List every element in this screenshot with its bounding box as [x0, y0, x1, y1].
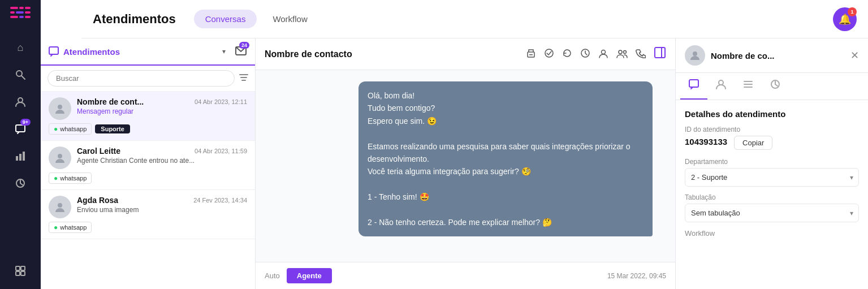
svg-rect-21: [49, 47, 58, 54]
print-icon[interactable]: [526, 48, 536, 61]
tab-person[interactable]: [707, 73, 735, 100]
inbox-badge: 24: [239, 42, 249, 49]
avatar: [49, 97, 71, 120]
svg-point-33: [602, 50, 606, 54]
team-icon[interactable]: [616, 48, 628, 61]
right-body: Detalhes do atendimento ID do atendiment…: [676, 100, 868, 289]
whatsapp-icon: ●: [54, 125, 58, 133]
svg-point-35: [624, 50, 627, 53]
assign-icon[interactable]: [598, 48, 608, 61]
phone-icon[interactable]: [636, 48, 646, 61]
contact-message: Mensagem regular: [77, 107, 247, 115]
tab-clock[interactable]: [762, 73, 789, 100]
svg-rect-15: [23, 152, 25, 161]
inbox-button[interactable]: 24: [235, 44, 247, 59]
tab-chat[interactable]: [680, 73, 707, 100]
svg-point-34: [619, 50, 622, 54]
avatar: [49, 196, 71, 218]
detail-section-title: Detalhes do atendimento: [685, 109, 859, 119]
sidebar-item-home[interactable]: ⌂: [9, 36, 32, 59]
page-title: Atendimentos: [93, 12, 176, 27]
svg-rect-8: [25, 16, 31, 18]
svg-point-27: [58, 154, 62, 158]
refresh-icon[interactable]: [562, 48, 572, 61]
contact-time: 24 Fev 2023, 14:34: [193, 197, 247, 204]
whatsapp-tag: ● whatsapp: [49, 222, 92, 233]
whatsapp-tag: ● whatsapp: [49, 123, 92, 135]
contact-time: 04 Abr 2023, 11:59: [195, 148, 247, 154]
sidebar-item-contacts[interactable]: [9, 90, 32, 113]
sidebar-item-conversations[interactable]: 9+: [9, 118, 32, 140]
sidebar-toggle-icon[interactable]: [654, 46, 666, 62]
svg-rect-3: [10, 11, 15, 14]
app-logo: [10, 7, 31, 25]
svg-rect-39: [689, 80, 698, 87]
svg-rect-6: [10, 16, 18, 18]
sidebar-item-reports[interactable]: [9, 145, 32, 167]
filter-button[interactable]: [239, 73, 248, 84]
svg-rect-1: [19, 7, 24, 9]
svg-rect-4: [16, 11, 24, 14]
list-item[interactable]: Agda Rosa 24 Fev 2023, 14:34 Enviou uma …: [41, 190, 255, 239]
svg-rect-0: [10, 7, 18, 9]
left-panel-header: Atendimentos ▾ 24: [41, 38, 255, 66]
close-button[interactable]: ✕: [850, 49, 859, 62]
panel-dropdown-arrow[interactable]: ▾: [222, 48, 226, 55]
id-row: 104393133 Copiar: [685, 136, 859, 150]
svg-point-11: [18, 98, 23, 102]
avatar: [49, 146, 71, 169]
id-value: 104393133: [685, 137, 727, 146]
chat-header: Nombre de contacto: [256, 38, 675, 70]
conversations-badge: 9+: [20, 119, 31, 126]
department-label: Departamento: [685, 158, 859, 166]
search-input[interactable]: [47, 70, 235, 87]
copy-button[interactable]: Copiar: [734, 136, 772, 150]
snooze-icon[interactable]: [580, 48, 590, 61]
svg-rect-20: [21, 271, 25, 275]
sidebar-item-search[interactable]: [9, 63, 32, 86]
department-field: Departamento 2 - Suporte: [685, 158, 859, 187]
footer-auto-label: Auto: [265, 271, 280, 280]
svg-point-31: [545, 49, 553, 57]
sidebar-item-integrations[interactable]: [9, 260, 32, 282]
right-contact-name: Nombre de co...: [711, 51, 845, 61]
sidebar-item-history[interactable]: [9, 172, 32, 195]
svg-rect-7: [19, 16, 24, 18]
contact-name: Carol Leitte: [77, 146, 120, 156]
right-panel-header: Nombre de co... ✕: [676, 38, 868, 73]
id-label: ID do atendimento: [685, 126, 859, 133]
check-icon[interactable]: [544, 48, 554, 61]
contact-name: Agda Rosa: [77, 196, 118, 205]
right-panel: Nombre de co... ✕ Detalhes do atendiment: [676, 38, 868, 289]
agente-button[interactable]: Agente: [287, 268, 332, 283]
svg-point-40: [719, 80, 723, 85]
contact-time: 04 Abr 2023, 12:11: [195, 98, 247, 105]
footer-time: 15 Mar 2022, 09:45: [607, 272, 666, 280]
chat-panel: Nombre de contacto: [256, 38, 676, 289]
whatsapp-icon: ●: [54, 174, 58, 182]
message-bubble: Olá, bom dia! Tudo bem contigo? Espero q…: [359, 81, 653, 236]
department-select[interactable]: 2 - Suporte: [685, 168, 859, 187]
contact-name: Nombre de cont...: [77, 97, 144, 106]
svg-rect-17: [16, 266, 20, 270]
sidebar: ⌂ 9+: [0, 0, 41, 289]
chat-actions: [526, 46, 666, 62]
content-area: Atendimentos ▾ 24: [41, 38, 868, 289]
tab-conversas[interactable]: Conversas: [194, 10, 257, 28]
tabulacao-select[interactable]: Sem tabulação: [685, 204, 859, 222]
tab-list[interactable]: [735, 73, 762, 100]
tabulacao-label: Tabulação: [685, 193, 859, 201]
list-item[interactable]: Carol Leitte 04 Abr 2023, 11:59 Agente C…: [41, 141, 255, 190]
contact-message: Agente Christian Conte entrou no ate...: [77, 157, 247, 165]
panel-title: Atendimentos: [63, 47, 218, 57]
right-avatar: [685, 45, 705, 66]
svg-point-38: [693, 51, 697, 56]
tab-workflow[interactable]: Workflow: [261, 10, 318, 28]
svg-rect-19: [16, 271, 20, 275]
chat-body: Olá, bom dia! Tudo bem contigo? Espero q…: [256, 70, 675, 262]
list-item[interactable]: Nombre de cont... 04 Abr 2023, 12:11 Men…: [41, 92, 255, 141]
svg-line-10: [21, 76, 25, 79]
svg-rect-18: [21, 266, 25, 270]
notification-button[interactable]: 🔔 1: [833, 7, 857, 31]
right-tabs: [676, 73, 868, 100]
